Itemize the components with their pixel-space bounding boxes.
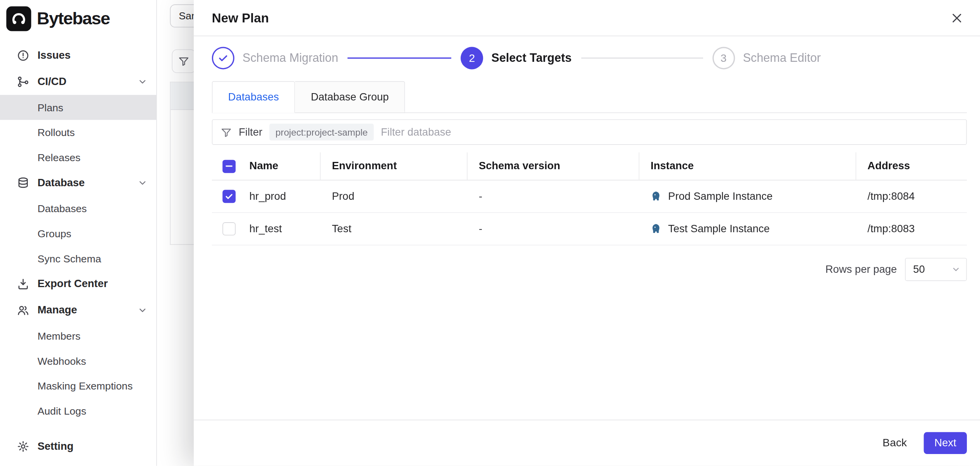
step-current-circle: 2 xyxy=(461,47,483,69)
step-label: Schema Migration xyxy=(242,51,338,65)
column-header-instance: Instance xyxy=(650,160,693,172)
sidebar-item-masking-exemptions[interactable]: Masking Exemptions xyxy=(0,373,156,398)
database-name: hr_test xyxy=(249,223,282,235)
step-upcoming-circle: 3 xyxy=(712,47,735,69)
pipeline-icon xyxy=(17,76,29,88)
next-button[interactable]: Next xyxy=(924,432,967,454)
sidebar-item-groups[interactable]: Groups xyxy=(0,221,156,246)
dialog-footer: Back Next xyxy=(194,420,980,466)
tab-label: Database Group xyxy=(311,91,389,103)
sidebar-item-setting[interactable]: Setting xyxy=(0,434,156,460)
step-number: 3 xyxy=(720,51,727,65)
rows-per-page-label: Rows per page xyxy=(825,263,897,276)
select-all-checkbox[interactable] xyxy=(222,160,236,173)
environment-name: Prod xyxy=(332,190,354,202)
database-icon xyxy=(17,177,29,189)
step-schema-editor: 3 Schema Editor xyxy=(712,47,821,69)
sidebar-item-releases[interactable]: Releases xyxy=(0,145,156,170)
sidebar-item-label: Export Center xyxy=(38,278,108,290)
step-connector xyxy=(581,58,703,59)
background-filter-button[interactable] xyxy=(172,49,195,73)
tab-database-group[interactable]: Database Group xyxy=(295,81,405,113)
step-done-circle xyxy=(212,47,234,69)
sidebar-nav: Issues CI/CD Plans Rollouts Releases Dat… xyxy=(0,37,156,466)
step-label: Schema Editor xyxy=(743,51,821,65)
bytebase-logo[interactable]: Bytebase xyxy=(0,0,156,37)
column-header-name: Name xyxy=(249,160,278,172)
sidebar-item-label: Groups xyxy=(38,228,71,240)
sidebar-item-issues[interactable]: Issues xyxy=(0,43,156,69)
users-icon xyxy=(17,304,29,316)
databases-table: Name Environment Schema version Instance… xyxy=(212,152,967,245)
sidebar-item-label: Databases xyxy=(38,202,87,214)
filter-scope-chip[interactable]: project:project-sample xyxy=(269,124,374,141)
close-icon[interactable] xyxy=(950,11,964,25)
sidebar-item-members[interactable]: Members xyxy=(0,323,156,349)
filter-database-input[interactable] xyxy=(381,126,958,138)
sidebar-item-label: Plans xyxy=(38,102,63,114)
step-schema-migration: Schema Migration xyxy=(212,47,338,69)
export-icon xyxy=(17,278,29,290)
sidebar-item-label: Issues xyxy=(38,49,71,62)
sidebar-item-databases[interactable]: Databases xyxy=(0,196,156,221)
step-connector-done xyxy=(348,58,451,59)
step-select-targets: 2 Select Targets xyxy=(461,47,572,69)
sidebar-item-audit-logs[interactable]: Audit Logs xyxy=(0,398,156,423)
database-filter-bar[interactable]: Filter project:project-sample xyxy=(212,119,967,145)
check-icon xyxy=(224,192,234,201)
sidebar-item-label: Audit Logs xyxy=(38,405,86,417)
sidebar-item-sync-schema[interactable]: Sync Schema xyxy=(0,246,156,271)
app-name: Bytebase xyxy=(37,9,109,29)
environment-name: Test xyxy=(332,223,351,235)
back-button[interactable]: Back xyxy=(883,437,907,450)
table-header-row: Name Environment Schema version Instance… xyxy=(212,152,967,180)
funnel-icon xyxy=(220,126,232,138)
sidebar-item-label: Setting xyxy=(38,440,73,452)
rows-per-page-select[interactable]: 50 xyxy=(905,258,967,281)
sidebar-item-label: Manage xyxy=(38,304,77,316)
wizard-stepper: Schema Migration 2 Select Targets 3 Sche… xyxy=(212,47,967,69)
funnel-icon xyxy=(178,56,190,67)
sidebar-item-plans[interactable]: Plans xyxy=(0,95,156,120)
schema-version: - xyxy=(479,190,482,202)
sidebar-item-label: Database xyxy=(38,177,85,189)
app-viewport: Bytebase Issues CI/CD Plans Rollouts Rel… xyxy=(0,0,980,466)
chevron-down-icon xyxy=(138,305,148,315)
database-name: hr_prod xyxy=(249,190,286,202)
instance-name: Test Sample Instance xyxy=(668,223,770,235)
sidebar-item-cicd[interactable]: CI/CD xyxy=(0,69,156,95)
chevron-down-icon xyxy=(138,178,148,188)
gear-icon xyxy=(17,440,29,452)
sidebar-item-webhooks[interactable]: Webhooks xyxy=(0,349,156,374)
sidebar-item-manage[interactable]: Manage xyxy=(0,297,156,323)
chevron-down-icon xyxy=(138,77,148,87)
row-checkbox[interactable] xyxy=(222,222,236,235)
sidebar-item-rollouts[interactable]: Rollouts xyxy=(0,120,156,145)
sidebar-item-label: Sync Schema xyxy=(38,253,101,265)
column-header-environment: Environment xyxy=(332,160,397,172)
bytebase-logo-icon xyxy=(6,6,31,31)
filter-label: Filter xyxy=(239,126,262,138)
instance-address: /tmp:8084 xyxy=(867,190,915,202)
sidebar-item-label: Members xyxy=(38,330,80,342)
step-label: Select Targets xyxy=(491,51,572,65)
sidebar-item-label: Webhooks xyxy=(38,355,86,367)
sidebar-item-label: Releases xyxy=(38,151,80,163)
instance-name: Prod Sample Instance xyxy=(668,190,773,202)
row-checkbox[interactable] xyxy=(222,190,236,203)
target-type-tabs: Databases Database Group xyxy=(212,81,967,113)
sidebar-item-label: CI/CD xyxy=(38,76,67,88)
tab-databases[interactable]: Databases xyxy=(212,81,295,113)
column-header-schema-version: Schema version xyxy=(479,160,560,172)
issues-icon xyxy=(17,49,29,62)
sidebar-item-label: Masking Exemptions xyxy=(38,380,133,392)
chevron-down-icon xyxy=(951,265,961,274)
tab-label: Databases xyxy=(228,91,279,103)
sidebar-item-label: Rollouts xyxy=(38,126,75,138)
database-row-hr-test[interactable]: hr_test Test - Test Sample Instance /tmp… xyxy=(212,213,967,245)
sidebar-item-database[interactable]: Database xyxy=(0,170,156,196)
database-row-hr-prod[interactable]: hr_prod Prod - Prod Sample Instance /tmp… xyxy=(212,180,967,213)
sidebar-item-export-center[interactable]: Export Center xyxy=(0,271,156,297)
rows-per-page-value: 50 xyxy=(913,263,925,276)
column-header-address: Address xyxy=(867,160,910,172)
